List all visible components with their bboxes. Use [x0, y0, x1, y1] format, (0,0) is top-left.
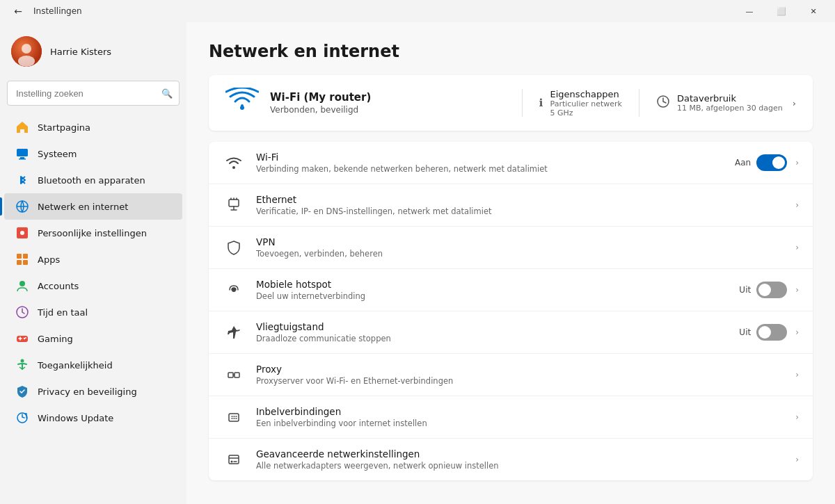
minimize-button[interactable]: — [733, 0, 765, 22]
svg-point-18 [21, 359, 24, 363]
chevron-icon-advanced: › [795, 455, 799, 464]
item-right-airplane: Uit › [739, 324, 799, 341]
svg-point-20 [240, 106, 244, 110]
settings-item-ethernet[interactable]: Ethernet Verificatie, IP- en DNS-instell… [209, 184, 813, 227]
toggle-label-airplane: Uit [739, 327, 751, 337]
sidebar-item-access[interactable]: Toegankelijkheid [4, 352, 182, 378]
sidebar-item-label: Toegankelijkheid [38, 360, 113, 371]
gaming-icon [15, 332, 29, 346]
desc-dialup: Een inbelverbinding voor internet instel… [256, 418, 781, 428]
sidebar-item-network[interactable]: Netwerk en internet [4, 193, 182, 220]
icon-hotspot [223, 279, 245, 301]
settings-item-proxy[interactable]: Proxy Proxyserver voor Wi-Fi- en Etherne… [209, 354, 813, 396]
wifi-icon [225, 88, 259, 118]
settings-item-dialup[interactable]: Inbelverbindingen Een inbelverbinding vo… [209, 396, 813, 439]
home-icon [15, 120, 29, 134]
text-dialup: Inbelverbindingen Een inbelverbinding vo… [256, 406, 781, 428]
sidebar-item-gaming[interactable]: Gaming [4, 325, 182, 352]
sidebar-item-privacy[interactable]: Privacy en beveiliging [4, 378, 182, 405]
label-dialup: Inbelverbindingen [256, 406, 781, 417]
item-right-ethernet: › [793, 200, 799, 210]
desc-advanced: Alle netwerkadapters weergeven, netwerk … [256, 461, 781, 471]
back-button[interactable]: ← [8, 1, 28, 21]
app-title: Instellingen [33, 6, 82, 16]
time-icon [15, 305, 29, 319]
svg-point-29 [231, 461, 233, 463]
sidebar-item-home[interactable]: Startpagina [4, 114, 182, 140]
svg-point-22 [232, 166, 235, 169]
sidebar-item-label: Startpagina [38, 122, 90, 133]
toggle-wifi[interactable] [756, 154, 787, 171]
main-content: Netwerk en internet Wi-Fi (My router) Ve… [186, 22, 835, 504]
window-controls: — ⬜ ✕ [733, 0, 829, 22]
sidebar-item-bluetooth[interactable]: Bluetooth en apparaten [4, 167, 182, 193]
info-icon: ℹ [539, 97, 543, 109]
sidebar-item-apps[interactable]: Apps [4, 246, 182, 273]
icon-vpn [223, 236, 245, 259]
sidebar-item-label: Netwerk en internet [38, 202, 128, 212]
wifi-status-card[interactable]: Wi-Fi (My router) Verbonden, beveiligd ℹ… [209, 75, 813, 131]
wifi-divider-2 [639, 89, 639, 117]
svg-point-1 [22, 44, 31, 54]
wifi-connection-status: Verbonden, beveiligd [270, 105, 505, 115]
svg-rect-15 [17, 336, 28, 342]
icon-proxy [223, 364, 245, 386]
search-icon: 🔍 [161, 88, 173, 99]
svg-point-8 [20, 231, 24, 235]
system-icon [15, 147, 29, 161]
sidebar-item-update[interactable]: Windows Update [4, 405, 182, 431]
text-vpn: VPN Toevoegen, verbinden, beheren [256, 236, 781, 259]
desc-ethernet: Verificatie, IP- en DNS-instellingen, ne… [256, 206, 781, 216]
settings-item-hotspot[interactable]: Mobiele hotspot Deel uw internetverbindi… [209, 269, 813, 311]
properties-sub: Particulier netwerk5 GHz [550, 99, 622, 117]
label-advanced: Geavanceerde netwerkinstellingen [256, 448, 781, 460]
user-profile[interactable]: Harrie Kisters [0, 28, 186, 78]
update-icon [15, 411, 29, 425]
chevron-icon-vpn: › [795, 243, 799, 252]
wifi-properties[interactable]: ℹ Eigenschappen Particulier netwerk5 GHz [539, 89, 622, 117]
toggle-airplane[interactable] [756, 324, 787, 341]
sidebar-item-label: Systeem [38, 149, 77, 159]
svg-rect-11 [17, 260, 22, 265]
svg-point-2 [18, 56, 35, 67]
maximize-button[interactable]: ⬜ [765, 0, 797, 22]
toggle-hotspot[interactable] [756, 282, 787, 298]
accounts-icon [15, 279, 29, 293]
network-icon [15, 200, 29, 213]
sidebar-item-accounts[interactable]: Accounts [4, 273, 182, 299]
sidebar-item-label: Bluetooth en apparaten [38, 175, 145, 186]
settings-item-wifi[interactable]: Wi-Fi Verbinding maken, bekende netwerke… [209, 142, 813, 184]
item-right-hotspot: Uit › [739, 282, 799, 298]
desc-hotspot: Deel uw internetverbinding [256, 291, 728, 301]
chevron-icon-ethernet: › [795, 200, 799, 210]
close-button[interactable]: ✕ [797, 0, 829, 22]
sidebar-item-label: Persoonlijke instellingen [38, 228, 147, 238]
access-icon [15, 358, 29, 372]
label-ethernet: Ethernet [256, 194, 781, 205]
data-usage[interactable]: Dataverbruik 11 MB, afgelopen 30 dagen › [656, 93, 796, 113]
icon-advanced [223, 448, 245, 471]
nav-items: Startpagina Systeem Bluetooth en apparat… [0, 114, 186, 431]
chevron-icon-proxy: › [795, 370, 799, 380]
data-usage-icon [656, 95, 670, 111]
svg-rect-10 [23, 254, 28, 259]
sidebar-item-time[interactable]: Tijd en taal [4, 299, 182, 325]
svg-rect-26 [234, 373, 239, 377]
data-usage-label: Dataverbruik [677, 93, 783, 104]
apps-icon [15, 252, 29, 266]
svg-rect-9 [17, 254, 22, 259]
settings-item-advanced[interactable]: → Geavanceerde netwerkinstellingen Alle … [209, 439, 813, 480]
settings-item-airplane[interactable]: Vliegtuigstand Draadloze communicatie st… [209, 311, 813, 354]
search-input[interactable] [7, 81, 180, 106]
desc-airplane: Draadloze communicatie stoppen [256, 334, 728, 343]
sidebar-item-system[interactable]: Systeem [4, 140, 182, 167]
svg-point-13 [19, 281, 25, 286]
settings-item-vpn[interactable]: VPN Toevoegen, verbinden, beheren › [209, 227, 813, 269]
sidebar-item-label: Windows Update [38, 413, 113, 423]
svg-rect-23 [229, 200, 239, 206]
label-wifi: Wi-Fi [256, 152, 724, 163]
sidebar-item-personal[interactable]: Persoonlijke instellingen [4, 220, 182, 246]
user-name: Harrie Kisters [50, 47, 111, 57]
data-usage-sub: 11 MB, afgelopen 30 dagen [677, 104, 783, 113]
chevron-icon-wifi: › [795, 158, 799, 168]
